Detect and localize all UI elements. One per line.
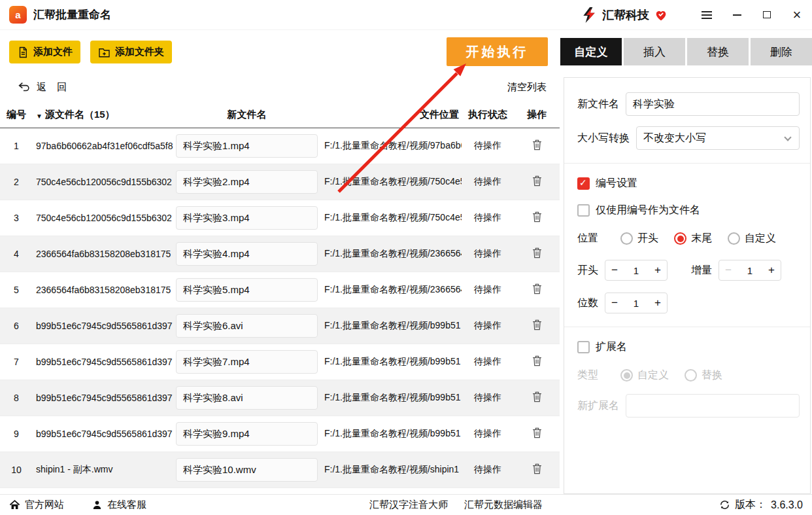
numbering-checkbox[interactable] [577,177,590,190]
row-source: b99b51e6c7945c9d5565861d397 [33,321,173,331]
add-folder-label: 添加文件夹 [115,46,164,58]
delete-row-button[interactable] [530,425,544,442]
delete-row-button[interactable] [530,245,544,262]
increment-minus-button[interactable] [719,264,737,277]
position-option-custom[interactable]: 自定义 [728,232,776,245]
online-service-link[interactable]: 在线客服 [92,499,146,511]
pinyin-master-link[interactable]: 汇帮汉字注音大师 [369,499,448,511]
start-number-stepper: 1 [605,260,668,281]
sort-desc-icon[interactable] [36,109,42,120]
row-status: 待操作 [462,392,514,404]
tab-custom[interactable]: 自定义 [560,38,622,65]
row-source: shipin1 - 副本.wmv [33,464,173,476]
ext-type-custom[interactable]: 自定义 [620,368,669,382]
refresh-icon[interactable] [719,499,730,510]
col-no: 编号 [0,109,33,121]
home-icon [9,499,20,510]
row-newname-input[interactable] [176,314,318,338]
row-no: 9 [0,429,33,439]
col-operation: 操作 [514,109,560,121]
metadata-editor-link[interactable]: 汇帮元数据编辑器 [464,499,543,511]
delete-row-button[interactable] [530,137,544,154]
official-site-link[interactable]: 官方网站 [9,499,64,511]
increment-value: 1 [737,265,762,276]
version-info: 版本：3.6.3.0 [719,498,803,512]
table-row: 9 b99b51e6c7945c9d5565861d397 F:/1.批量重命名… [0,416,560,452]
row-location: F:/1.批量重命名教程/视频/2366564 [320,248,462,260]
row-newname-input[interactable] [176,458,318,482]
start-number-label: 开头 [577,264,598,277]
ext-type-replace[interactable]: 替换 [685,368,722,382]
delete-row-button[interactable] [530,173,544,190]
row-status: 待操作 [462,140,514,152]
maximize-button[interactable] [752,0,782,30]
col-source[interactable]: 源文件名（15） [33,109,173,121]
start-minus-button[interactable] [605,264,624,277]
row-no: 6 [0,321,33,331]
trash-icon [532,427,543,439]
case-convert-select[interactable]: 不改变大小写 [636,126,800,150]
increment-plus-button[interactable] [762,264,781,277]
trash-icon [532,175,543,187]
close-button[interactable] [782,0,812,30]
digits-label: 位数 [577,296,598,310]
delete-row-button[interactable] [530,389,544,406]
statusbar: 官方网站 在线客服 汇帮汉字注音大师 汇帮元数据编辑器 版本：3.6.3.0 [0,494,812,515]
tab-insert[interactable]: 插入 [624,38,685,65]
row-newname-input[interactable] [176,422,318,446]
digits-stepper: 1 [605,293,668,313]
radio-end[interactable] [674,232,686,245]
extension-checkbox-row[interactable]: 扩展名 [577,340,800,354]
extension-checkbox[interactable] [577,341,590,353]
case-convert-value: 不改变大小写 [643,132,706,145]
col-location: 文件位置 [320,109,462,121]
position-option-end[interactable]: 末尾 [674,232,712,245]
clear-list-button[interactable]: 清空列表 [507,81,547,94]
row-newname-input[interactable] [176,170,318,194]
radio-custom[interactable] [728,232,740,245]
chevron-down-icon [784,133,791,141]
delete-row-button[interactable] [530,461,544,478]
only-number-checkbox-row[interactable]: 仅使用编号作为文件名 [577,204,800,217]
position-option-start[interactable]: 开头 [620,232,658,245]
row-newname-input[interactable] [176,350,318,374]
back-button[interactable]: 返 回 [18,81,71,94]
delete-row-button[interactable] [530,209,544,226]
minimize-button[interactable] [722,0,752,30]
menu-button[interactable] [692,0,722,30]
tab-delete[interactable]: 删除 [751,38,812,65]
digits-value: 1 [624,298,649,309]
new-extension-input[interactable] [626,394,800,417]
start-plus-button[interactable] [649,264,667,277]
new-filename-input[interactable] [626,92,800,116]
delete-row-button[interactable] [530,317,544,334]
row-location: F:/1.批量重命名教程/视频/shipin1 [320,464,462,476]
radio-ext-custom[interactable] [620,369,633,382]
row-newname-input[interactable] [176,206,318,230]
numbering-checkbox-row[interactable]: 编号设置 [577,177,800,190]
digits-plus-button[interactable] [649,296,667,310]
radio-start[interactable] [620,232,633,245]
row-source: 97ba6b60662ab4f31ef06cdf5a5f8 [33,141,173,151]
tab-replace[interactable]: 替换 [687,38,749,65]
delete-row-button[interactable] [530,281,544,298]
row-newname-input[interactable] [176,278,318,302]
digits-minus-button[interactable] [605,296,624,310]
version-value: 3.6.3.0 [771,499,803,511]
start-execute-button[interactable]: 开始执行 [447,37,548,66]
row-newname-input[interactable] [176,242,318,266]
ext-type-label: 类型 [577,368,598,382]
row-newname-input[interactable] [176,386,318,410]
row-newname-input[interactable] [176,134,318,158]
row-status: 待操作 [462,320,514,332]
add-file-button[interactable]: 添加文件 [9,41,80,63]
brand: 汇帮科技 [581,7,668,24]
radio-ext-replace[interactable] [685,369,697,382]
row-no: 3 [0,213,33,223]
add-folder-button[interactable]: 添加文件夹 [90,41,172,63]
file-list-area: 返 回 清空列表 编号 源文件名（15） 新文件名 文件位置 执行状态 操作 1… [0,72,560,488]
delete-row-button[interactable] [530,353,544,370]
col-status: 执行状态 [462,109,514,121]
row-status: 待操作 [462,248,514,260]
only-number-checkbox[interactable] [577,204,590,217]
